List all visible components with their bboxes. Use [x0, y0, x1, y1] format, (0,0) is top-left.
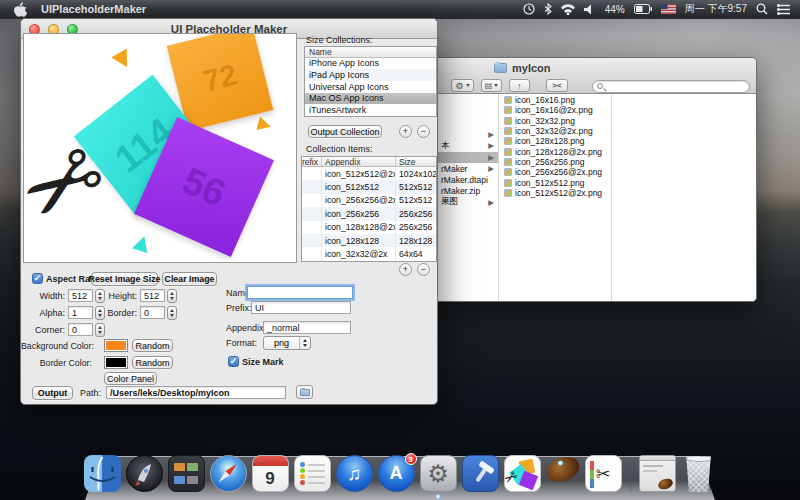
- file-item[interactable]: icon_128x128.png: [499, 136, 611, 146]
- width-field[interactable]: 512: [68, 289, 93, 302]
- file-item[interactable]: icon_32x32@2x.png: [499, 126, 611, 136]
- corner-field[interactable]: 0: [68, 323, 93, 336]
- border-field[interactable]: 0: [140, 306, 165, 319]
- collection-item-row[interactable]: icon_512x512 512x512: [302, 180, 436, 193]
- collection-item-row[interactable]: icon_32x32@2x 64x64: [302, 247, 436, 260]
- collection-item-row[interactable]: icon_256x256 256x256: [302, 207, 436, 220]
- size-collections-header[interactable]: Name: [305, 47, 436, 58]
- menubar-app-name[interactable]: UIPlaceholderMaker: [41, 3, 146, 15]
- size-mark-checkbox[interactable]: ✓: [228, 356, 239, 367]
- size-collection-item[interactable]: iPhone App Icons: [305, 58, 436, 70]
- column-header-size[interactable]: Size: [396, 157, 436, 166]
- battery-icon[interactable]: [634, 4, 652, 14]
- decor-triangle-cyan: [132, 234, 152, 253]
- background-color-label: Background Color:: [21, 341, 92, 351]
- size-collection-item[interactable]: Mac OS App Icons: [305, 93, 436, 105]
- image-preview[interactable]: 72 114 56 ✂: [23, 33, 297, 263]
- action-gear-button[interactable]: ⚙: [451, 79, 474, 92]
- format-dropdown[interactable]: png: [263, 336, 311, 350]
- wifi-icon[interactable]: [561, 4, 575, 15]
- output-button[interactable]: Output: [32, 386, 73, 400]
- spotlight-icon[interactable]: [756, 3, 768, 15]
- appendix-field[interactable]: _normal: [263, 321, 351, 334]
- corner-stepper[interactable]: [95, 323, 105, 337]
- choose-path-button[interactable]: [296, 385, 313, 399]
- column-header-appendix[interactable]: Appendix: [322, 157, 396, 166]
- background-color-swatch[interactable]: [104, 339, 128, 352]
- size-collection-item[interactable]: iTunesArtwork: [305, 104, 436, 116]
- dock-mission-control-icon[interactable]: [168, 455, 205, 492]
- file-item[interactable]: icon_512x512@2x.png: [499, 188, 611, 198]
- battery-percentage[interactable]: 44%: [605, 4, 625, 15]
- file-item[interactable]: icon_128x128@2x.png: [499, 146, 611, 156]
- notification-center-icon[interactable]: [777, 4, 790, 15]
- bluetooth-icon[interactable]: [544, 3, 552, 15]
- output-collection-button[interactable]: Output Collection: [308, 125, 382, 138]
- file-item[interactable]: icon_256x256.png: [499, 157, 611, 167]
- file-item[interactable]: icon_256x256@2x.png: [499, 167, 611, 177]
- border-stepper[interactable]: [167, 306, 177, 320]
- file-item[interactable]: icon_512x512.png: [499, 177, 611, 187]
- clear-image-button[interactable]: Clear Image: [162, 272, 217, 286]
- clock-icon[interactable]: [523, 3, 535, 15]
- add-item-button[interactable]: +: [399, 263, 412, 276]
- dock-calendar-icon[interactable]: 9: [252, 455, 289, 492]
- share-button[interactable]: ↑: [509, 79, 530, 92]
- apple-menu-icon[interactable]: [14, 2, 27, 17]
- dock-launchpad-icon[interactable]: [126, 455, 163, 492]
- calendar-day: 9: [253, 466, 288, 491]
- calendar-band: [253, 456, 288, 466]
- decor-triangle-orange-right: [256, 117, 272, 134]
- dock-xcode-icon[interactable]: [462, 455, 499, 492]
- aspect-ratio-checkbox[interactable]: ✓: [32, 273, 43, 284]
- background-random-button[interactable]: Random: [132, 339, 173, 352]
- border-color-swatch[interactable]: [104, 356, 128, 369]
- name-field[interactable]: [247, 286, 353, 299]
- finder-search-field[interactable]: [592, 80, 750, 93]
- dock-itunes-icon[interactable]: ♫: [336, 455, 373, 492]
- music-note-icon: ♫: [347, 463, 361, 485]
- remove-collection-button[interactable]: −: [417, 125, 430, 138]
- volume-icon[interactable]: [584, 4, 596, 15]
- dock-bean-document-icon[interactable]: [639, 455, 676, 492]
- dock-ui-placeholder-maker-icon[interactable]: ✂: [504, 455, 541, 492]
- width-label: Width:: [31, 291, 65, 301]
- dock-finder-icon[interactable]: [84, 455, 121, 492]
- prefix-field[interactable]: UI: [251, 301, 351, 314]
- file-item[interactable]: icon_16x16.png: [499, 95, 611, 105]
- dock-system-preferences-icon[interactable]: ⚙: [420, 455, 457, 492]
- dock-bean-icon[interactable]: [542, 452, 582, 486]
- column-divider[interactable]: [611, 94, 612, 301]
- size-collection-item[interactable]: iPad App Icons: [305, 69, 436, 81]
- column-header-prefix[interactable]: Prefix: [302, 157, 322, 166]
- disclosure-arrow-icon: ▶: [488, 141, 494, 150]
- height-stepper[interactable]: [167, 289, 177, 303]
- reset-image-size-button[interactable]: Reset Image Size: [91, 272, 158, 286]
- height-field[interactable]: 512: [140, 289, 165, 302]
- add-collection-button[interactable]: +: [399, 125, 412, 138]
- color-panel-button[interactable]: Color Panel: [104, 372, 157, 385]
- view-options-button[interactable]: ▤: [481, 79, 502, 92]
- collection-item-row[interactable]: icon_256x256@2x 512x512: [302, 194, 436, 207]
- file-item[interactable]: icon_16x16@2x.png: [499, 105, 611, 115]
- collapse-button[interactable]: ><: [546, 79, 568, 92]
- dock-reminders-icon[interactable]: [294, 455, 331, 492]
- file-item[interactable]: icon_32x32.png: [499, 116, 611, 126]
- collection-item-row[interactable]: icon_512x512@2x 1024x1024: [302, 167, 436, 180]
- remove-item-button[interactable]: −: [417, 263, 430, 276]
- dock-app-store-icon[interactable]: A3: [378, 455, 415, 492]
- height-label: Height:: [101, 291, 137, 301]
- dock-safari-icon[interactable]: [210, 455, 247, 492]
- alpha-field[interactable]: 1: [68, 306, 93, 319]
- border-random-button[interactable]: Random: [132, 356, 173, 369]
- size-collection-item[interactable]: Universal App Icons: [305, 81, 436, 93]
- collection-item-row[interactable]: icon_128x128 128x128: [302, 234, 436, 247]
- format-label: Format:: [226, 338, 257, 348]
- size-collections-list: Name iPhone App Icons iPad App Icons Uni…: [304, 46, 437, 117]
- dock-screenshot-app-icon[interactable]: ✂: [585, 455, 622, 492]
- image-file-icon: [504, 137, 512, 145]
- menubar-clock[interactable]: 周一 下午9:57: [685, 2, 747, 16]
- collection-item-row[interactable]: icon_128x128@2x 256x256: [302, 221, 436, 234]
- input-language-flag-icon[interactable]: [661, 4, 676, 14]
- path-field[interactable]: /Users/leks/Desktop/myIcon: [106, 386, 286, 399]
